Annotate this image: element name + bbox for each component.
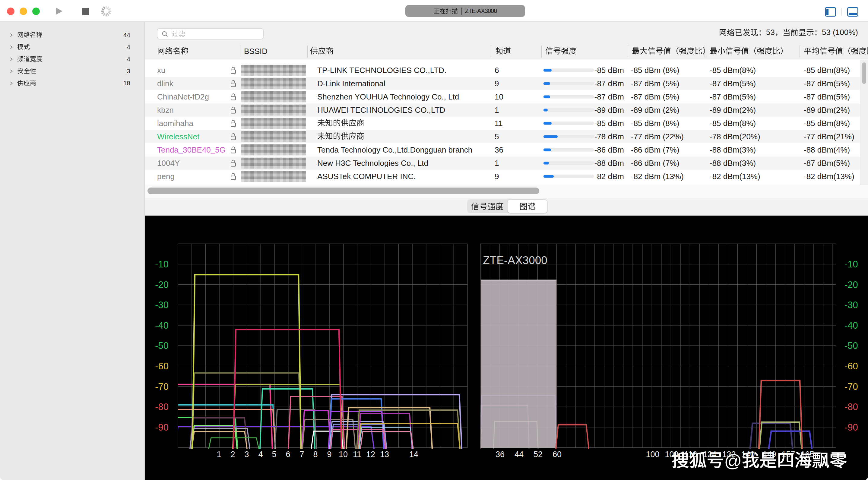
svg-text:5: 5 bbox=[272, 450, 276, 459]
svg-text:-80: -80 bbox=[155, 402, 168, 412]
svg-text:-20: -20 bbox=[844, 280, 858, 290]
svg-text:60: 60 bbox=[553, 450, 562, 459]
svg-text:9: 9 bbox=[327, 450, 332, 459]
svg-text:6: 6 bbox=[286, 450, 290, 459]
svg-text:4: 4 bbox=[258, 450, 263, 459]
svg-text:3: 3 bbox=[244, 450, 249, 459]
svg-text:-50: -50 bbox=[844, 341, 858, 351]
svg-text:13: 13 bbox=[380, 450, 389, 459]
svg-text:-30: -30 bbox=[155, 300, 168, 310]
svg-text:-80: -80 bbox=[844, 402, 858, 412]
svg-text:11: 11 bbox=[353, 450, 361, 459]
svg-text:14: 14 bbox=[409, 450, 418, 459]
svg-text:1: 1 bbox=[217, 450, 221, 459]
svg-text:7: 7 bbox=[300, 450, 304, 459]
svg-text:-60: -60 bbox=[844, 361, 858, 372]
svg-text:2: 2 bbox=[230, 450, 235, 459]
svg-text:-10: -10 bbox=[155, 259, 168, 269]
svg-text:-60: -60 bbox=[155, 361, 168, 372]
svg-text:-30: -30 bbox=[844, 300, 858, 310]
svg-text:52: 52 bbox=[533, 450, 542, 459]
svg-text:-70: -70 bbox=[155, 381, 168, 392]
svg-text:44: 44 bbox=[515, 450, 524, 459]
svg-text:ZTE-AX3000: ZTE-AX3000 bbox=[483, 254, 548, 266]
svg-text:36: 36 bbox=[496, 450, 504, 459]
svg-text:-40: -40 bbox=[844, 320, 858, 331]
svg-text:100: 100 bbox=[646, 450, 659, 459]
svg-text:10: 10 bbox=[339, 450, 348, 459]
svg-text:-20: -20 bbox=[155, 280, 168, 290]
svg-text:-90: -90 bbox=[155, 422, 168, 433]
svg-text:-90: -90 bbox=[844, 422, 858, 433]
svg-text:-50: -50 bbox=[155, 341, 168, 351]
svg-text:-70: -70 bbox=[844, 381, 858, 392]
svg-text:-40: -40 bbox=[155, 320, 168, 331]
svg-text:8: 8 bbox=[313, 450, 318, 459]
svg-text:12: 12 bbox=[366, 450, 375, 459]
svg-text:-10: -10 bbox=[844, 259, 858, 269]
